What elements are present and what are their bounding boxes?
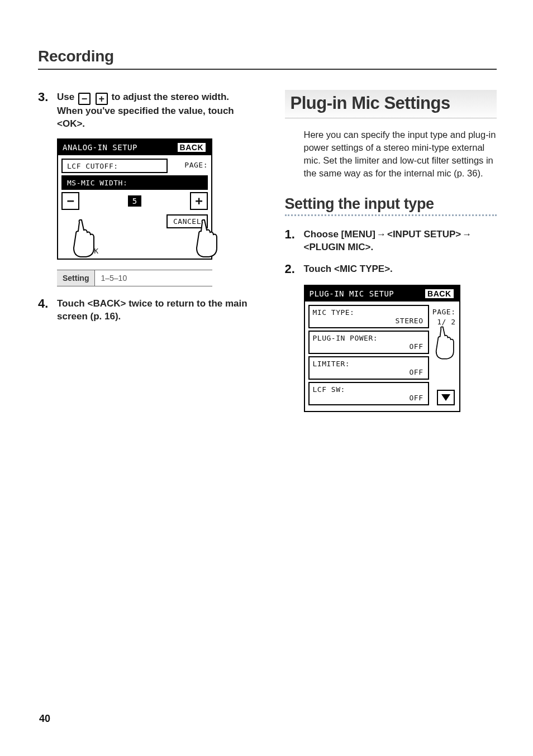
step-2: 2. Touch <MIC TYPE>. xyxy=(285,262,497,276)
lcd-plugin-power-label: PLUG-IN POWER: xyxy=(313,334,423,342)
lcd-limiter-value: OFF xyxy=(313,368,423,376)
lcd-row-mic-type[interactable]: MIC TYPE: STEREO xyxy=(308,305,429,328)
step-number: 1. xyxy=(285,227,304,254)
arrow-right-icon: → xyxy=(377,228,386,241)
lcd-value: 5 xyxy=(83,192,187,210)
step-number: 3. xyxy=(38,90,57,131)
dotted-rule xyxy=(285,214,497,216)
lcd-row-plugin-power[interactable]: PLUG-IN POWER: OFF xyxy=(308,331,429,354)
lcd-back-button[interactable]: BACK xyxy=(424,288,454,299)
step-3: 3. Use − + to adjust the stereo width. W… xyxy=(38,90,250,131)
lcd-row-lcf-sw[interactable]: LCF SW: OFF xyxy=(308,382,429,405)
lcd-plugin-power-value: OFF xyxy=(313,342,423,351)
step-4: 4. Touch <BACK> twice to return to the m… xyxy=(38,296,250,323)
page-number: 40 xyxy=(39,713,50,725)
lcd-back-button[interactable]: BACK xyxy=(177,142,207,153)
step-1-b: <INPUT SETUP> xyxy=(387,229,461,240)
step-1-a: Choose [MENU] xyxy=(304,229,375,240)
setting-table-label: Setting xyxy=(57,270,95,286)
intro-paragraph: Here you can specify the input type and … xyxy=(304,128,497,180)
lcd-row-limiter[interactable]: LIMITER: OFF xyxy=(308,356,429,380)
step-1-c: <PLUGIN MIC>. xyxy=(304,242,374,252)
lcd-minus-button[interactable]: − xyxy=(61,192,79,210)
lcd-limiter-label: LIMITER: xyxy=(313,360,423,368)
left-column: 3. Use − + to adjust the stereo width. W… xyxy=(38,90,250,422)
step-3-text: Use − + to adjust the stereo width. When… xyxy=(57,91,250,131)
lcd-lcf-sw-value: OFF xyxy=(313,394,423,402)
lcd-plus-button[interactable]: + xyxy=(190,192,208,210)
lcd-plugin-mic-setup: PLUG-IN MIC SETUP BACK PAGE: 1/ 2 MIC TY… xyxy=(304,285,460,412)
arrow-right-icon: → xyxy=(462,228,472,241)
step-4-text: Touch <BACK> twice to return to the main… xyxy=(57,298,250,323)
step-2-text: Touch <MIC TYPE>. xyxy=(304,263,497,276)
setting-table-value: 1–5–10 xyxy=(95,270,132,286)
section-heading: Plug-in Mic Settings xyxy=(291,93,492,113)
chevron-down-icon xyxy=(441,394,451,401)
lcd-page-label: PAGE: xyxy=(432,308,456,316)
lcd-ms-label: MS-MIC WIDTH: xyxy=(67,179,127,187)
lcd-page-indicator: PAGE: 1/ 2 xyxy=(432,307,456,327)
minus-icon: − xyxy=(78,93,91,105)
lcd-analog-in-setup: ANALOG-IN SETUP BACK LCF CUTOFF: PAGE: M… xyxy=(57,138,212,260)
lcd-row-lcf-cutoff[interactable]: LCF CUTOFF: xyxy=(61,159,168,173)
lcd-page-label: PAGE: xyxy=(184,161,208,170)
lcd-mic-type-label: MIC TYPE: xyxy=(313,308,423,317)
step-number: 2. xyxy=(285,262,304,276)
right-column: Plug-in Mic Settings Here you can specif… xyxy=(285,90,497,422)
lcd-row-ms-mic-width[interactable]: MS-MIC WIDTH: xyxy=(61,175,208,190)
plus-icon: + xyxy=(96,93,108,105)
lcd-row-lcf-label: LCF CUTOFF: xyxy=(67,162,118,170)
lcd-page-value: 1/ 2 xyxy=(437,318,455,326)
hand-pointer-icon xyxy=(431,324,460,363)
two-column-layout: 3. Use − + to adjust the stereo width. W… xyxy=(38,90,497,422)
setting-table: Setting 1–5–10 xyxy=(57,270,212,286)
lcd-cancel-button[interactable]: CANCEL xyxy=(166,214,208,228)
step-1-text: Choose [MENU]→<INPUT SETUP>→<PLUGIN MIC>… xyxy=(304,228,497,254)
lcd-lcf-sw-label: LCF SW: xyxy=(313,385,423,394)
svg-marker-0 xyxy=(441,394,450,401)
lcd-title-text: ANALOG-IN SETUP xyxy=(63,143,137,152)
lcd-page-down-button[interactable] xyxy=(437,390,455,405)
subheading: Setting the input type xyxy=(285,195,497,213)
step-3-pre: Use xyxy=(57,92,77,102)
lcd-title-text: PLUG-IN MIC SETUP xyxy=(310,289,394,298)
lcd-title-bar: ANALOG-IN SETUP BACK xyxy=(58,140,211,155)
section-heading-box: Plug-in Mic Settings xyxy=(285,90,497,118)
lcd-mic-type-value: STEREO xyxy=(313,317,423,325)
step-1: 1. Choose [MENU]→<INPUT SETUP>→<PLUGIN M… xyxy=(285,227,497,254)
page-title: Recording xyxy=(38,47,497,70)
lcd-ok-button[interactable]: OK xyxy=(89,247,99,255)
lcd-value-number: 5 xyxy=(128,195,141,207)
lcd-title-bar: PLUG-IN MIC SETUP BACK xyxy=(305,286,459,302)
lcd-adjust-row: − 5 + xyxy=(61,192,208,210)
step-number: 4. xyxy=(38,296,57,323)
